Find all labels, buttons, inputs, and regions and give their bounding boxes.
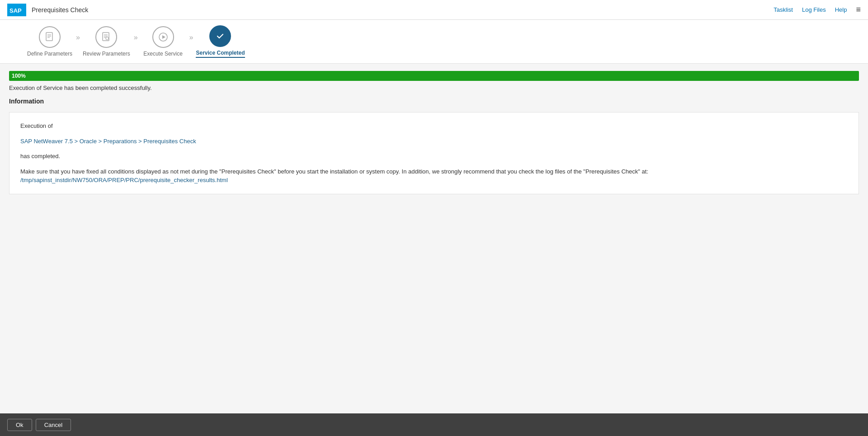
menu-icon[interactable]: ≡ (856, 5, 861, 14)
step-3-icon (152, 26, 174, 48)
cancel-button[interactable]: Cancel (36, 419, 71, 431)
step-4-icon (209, 25, 231, 47)
step-define-parameters: Define Parameters (27, 26, 72, 57)
step-arrow-2: » (134, 33, 137, 50)
step-service-completed: Service Completed (196, 25, 245, 58)
nav-right: Tasklist Log Files Help ≡ (774, 5, 861, 14)
file-path: /tmp/sapinst_instdir/NW750/ORA/PREP/PRC/… (20, 177, 228, 183)
success-message: Execution of Service has been completed … (9, 84, 859, 91)
step-2-icon (95, 26, 117, 48)
svg-point-10 (106, 37, 108, 40)
ok-button[interactable]: Ok (7, 419, 32, 431)
log-files-link[interactable]: Log Files (802, 6, 826, 13)
help-link[interactable]: Help (835, 6, 847, 13)
step-arrow-3: » (189, 33, 193, 50)
has-completed-line: has completed. (20, 152, 848, 161)
svg-rect-2 (46, 33, 52, 41)
step-1-icon (39, 26, 61, 48)
step-arrow-1: » (76, 33, 79, 50)
step-execute-service: Execute Service (141, 26, 186, 57)
svg-marker-12 (162, 35, 165, 39)
main-content: 100% Execution of Service has been compl… (0, 64, 868, 413)
progress-label: 100% (12, 73, 26, 79)
step-4-label: Service Completed (196, 50, 245, 58)
sap-logo: SAP (7, 4, 26, 16)
page-title: Prerequisites Check (32, 6, 774, 14)
wizard-steps: Define Parameters » Review Parameters » … (0, 20, 868, 64)
svg-point-13 (215, 31, 225, 41)
info-box: Execution of SAP NetWeaver 7.5 > Oracle … (9, 112, 859, 194)
execution-of-line: Execution of (20, 122, 848, 131)
svg-text:SAP: SAP (9, 7, 22, 14)
step-2-label: Review Parameters (83, 51, 130, 57)
bottom-bar: Ok Cancel (0, 413, 868, 436)
service-path-line: SAP NetWeaver 7.5 > Oracle > Preparation… (20, 137, 848, 146)
step-3-label: Execute Service (143, 51, 183, 57)
progress-bar: 100% (9, 71, 859, 81)
note-line: Make sure that you have fixed all condit… (20, 167, 848, 185)
note-text: Make sure that you have fixed all condit… (20, 168, 648, 175)
step-review-parameters: Review Parameters (83, 26, 130, 57)
step-1-label: Define Parameters (27, 51, 72, 57)
info-section-title: Information (9, 98, 859, 105)
top-navigation: SAP Prerequisites Check Tasklist Log Fil… (0, 0, 868, 20)
tasklist-link[interactable]: Tasklist (774, 6, 793, 13)
